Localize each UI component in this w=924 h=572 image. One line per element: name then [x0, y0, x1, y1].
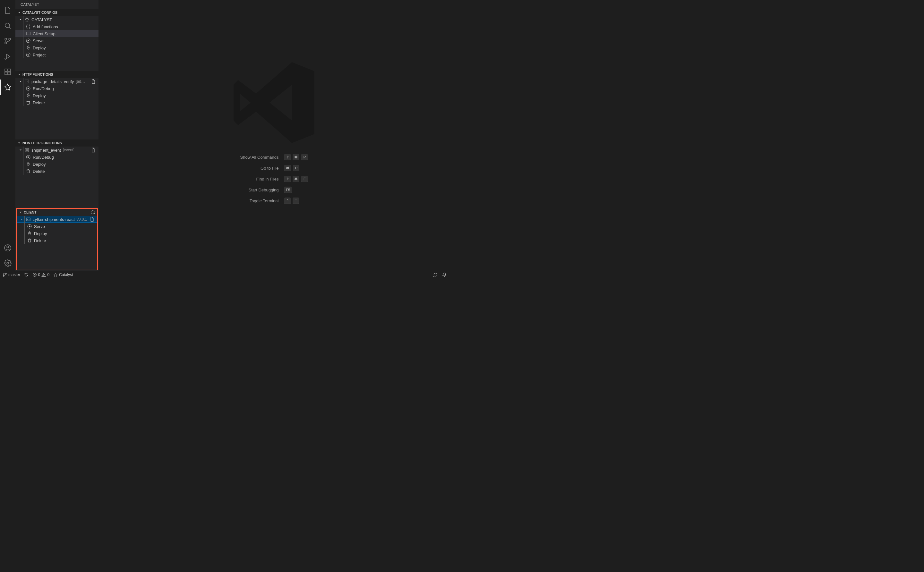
catalyst-root-icon [24, 17, 30, 22]
item-label: Delete [33, 100, 45, 105]
status-sync[interactable] [24, 272, 28, 277]
tree-root-client[interactable]: zylker-shipments-react v0.0.1 [17, 216, 97, 223]
status-notifications[interactable] [442, 272, 447, 277]
rocket-icon [26, 162, 31, 167]
svg-point-40 [44, 275, 44, 276]
tree-root-label: shipment_event [31, 148, 61, 152]
svg-point-19 [26, 53, 30, 57]
workspace-name: Catalyst [59, 272, 73, 277]
svg-marker-17 [28, 40, 29, 41]
svg-point-35 [3, 273, 5, 274]
status-bar: master 0 0 Catalyst [0, 271, 449, 278]
activity-bar [0, 0, 16, 271]
key-backtick: ` [293, 197, 299, 204]
svg-rect-10 [8, 72, 11, 75]
svg-point-0 [5, 23, 9, 28]
svg-point-28 [28, 163, 29, 164]
section-header-nonhttp[interactable]: NON HTTP FUNCTIONS [16, 140, 98, 146]
section-label: CATALYST CONFIGS [22, 11, 58, 14]
client-icon [26, 31, 31, 36]
sidebar-item-project[interactable]: Project [16, 51, 98, 58]
svg-marker-27 [28, 156, 29, 158]
search-icon[interactable] [0, 18, 16, 33]
sidebar-item-client-serve[interactable]: Serve [17, 223, 97, 230]
chevron-down-icon [19, 18, 22, 22]
svg-point-33 [5, 273, 7, 274]
sidebar-item-serve[interactable]: Serve [16, 37, 98, 44]
status-feedback[interactable] [433, 272, 438, 277]
item-label: Project [33, 53, 45, 58]
tree-root-tag: v0.0.1 [77, 217, 87, 222]
sidebar-item-http-delete[interactable]: Delete [16, 99, 98, 106]
item-label: Deploy [33, 162, 45, 167]
action-show-commands-keys: ⇧ ⌘ P [284, 154, 308, 160]
item-label: Run/Debug [33, 155, 54, 160]
action-find-files-label: Find in Files [240, 177, 279, 182]
svg-rect-8 [8, 69, 11, 72]
catalyst-icon[interactable] [0, 79, 16, 95]
extensions-icon[interactable] [0, 64, 16, 79]
new-file-icon[interactable] [91, 79, 98, 84]
section-header-http[interactable]: HTTP FUNCTIONS [16, 71, 98, 78]
svg-line-1 [9, 27, 11, 28]
key-cmd: ⌘ [293, 176, 299, 182]
svg-rect-29 [26, 218, 30, 221]
key-ctrl: ⌃ [284, 197, 291, 204]
key-cmd: ⌘ [284, 165, 291, 171]
sidebar-item-client-deploy[interactable]: Deploy [17, 230, 97, 237]
sidebar-item-nonhttp-deploy[interactable]: Deploy [16, 161, 98, 168]
tree-root-nonhttp[interactable]: shipment_event [event] [16, 146, 98, 154]
section-header-client[interactable]: CLIENT [17, 209, 97, 216]
error-count: 0 [38, 272, 41, 277]
key-p: P [293, 165, 299, 171]
svg-rect-7 [5, 69, 7, 72]
svg-rect-14 [26, 32, 30, 35]
svg-point-12 [7, 246, 9, 248]
rocket-icon [26, 93, 31, 98]
play-icon [26, 38, 31, 43]
section-header-configs[interactable]: CATALYST CONFIGS [16, 9, 98, 16]
key-shift: ⇧ [284, 154, 291, 160]
action-start-debug-keys: F5 [284, 187, 308, 193]
item-label: Serve [34, 224, 45, 229]
sidebar-item-add-functions[interactable]: Add functions [16, 23, 98, 30]
svg-rect-25 [25, 148, 29, 152]
sidebar-item-http-deploy[interactable]: Deploy [16, 92, 98, 99]
action-show-commands-label: Show All Commands [240, 155, 279, 160]
status-branch[interactable]: master [3, 272, 20, 277]
action-find-files-keys: ⇧ ⌘ F [284, 176, 308, 182]
run-debug-icon[interactable] [0, 49, 16, 64]
status-problems[interactable]: 0 0 [33, 272, 50, 277]
section-label: HTTP FUNCTIONS [22, 73, 53, 76]
new-file-icon[interactable] [89, 217, 97, 222]
play-icon [26, 155, 31, 160]
tree-root-catalyst[interactable]: CATALYST [16, 16, 98, 23]
sidebar-item-http-rundebug[interactable]: Run/Debug [16, 85, 98, 92]
svg-rect-21 [25, 80, 29, 83]
explorer-icon[interactable] [0, 3, 16, 18]
sidebar-item-client-delete[interactable]: Delete [17, 237, 97, 244]
svg-marker-23 [28, 87, 29, 89]
sidebar-item-nonhttp-delete[interactable]: Delete [16, 168, 98, 175]
key-shift: ⇧ [284, 176, 291, 182]
accounts-icon[interactable] [0, 240, 16, 255]
sidebar-item-nonhttp-rundebug[interactable]: Run/Debug [16, 154, 98, 161]
settings-gear-icon[interactable] [0, 255, 16, 271]
chevron-down-icon [17, 73, 21, 76]
sidebar-item-client-setup[interactable]: Client Setup [16, 30, 98, 37]
refresh-icon[interactable] [90, 210, 95, 215]
svg-point-18 [28, 47, 29, 48]
action-start-debug-label: Start Debugging [240, 188, 279, 193]
status-workspace[interactable]: Catalyst [53, 272, 73, 277]
tree-root-http[interactable]: package_details_verify [ad… [16, 78, 98, 85]
client-section-highlight: CLIENT zylker-shipments-react v0.0.1 Ser… [16, 208, 98, 270]
sidebar-item-deploy[interactable]: Deploy [16, 44, 98, 51]
source-control-icon[interactable] [0, 33, 16, 49]
new-file-icon[interactable] [91, 148, 98, 152]
svg-point-13 [7, 262, 9, 264]
trash-icon [27, 238, 32, 243]
action-toggle-terminal-label: Toggle Terminal [240, 199, 279, 203]
svg-point-2 [9, 38, 11, 40]
play-icon [27, 224, 32, 229]
svg-point-6 [5, 58, 6, 59]
